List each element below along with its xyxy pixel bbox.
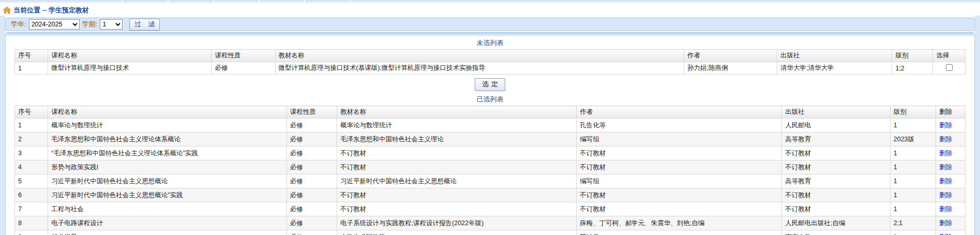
year-select[interactable]: 2024-2025 xyxy=(29,19,80,30)
delete-link[interactable]: 删除 xyxy=(939,136,952,143)
cell-delete: 删除 xyxy=(936,160,965,174)
cell-author: 孙力娟;陈燕俐 xyxy=(684,62,777,75)
cell-delete: 删除 xyxy=(936,174,965,188)
filter-button[interactable]: 过 滤 xyxy=(129,19,160,31)
select-button[interactable]: 选定 xyxy=(475,78,505,91)
cell-author: 不订教材 xyxy=(577,160,782,174)
column-header-edition: 版别 xyxy=(890,106,936,119)
cell-no: 2 xyxy=(15,133,48,146)
table-row: 2毛泽东思想和中国特色社会主义理论体系概论必修毛泽东思想和中国特色社会主义理论编… xyxy=(15,133,966,146)
page-left-edge xyxy=(0,16,5,235)
cell-author: 孔告化等 xyxy=(577,119,782,133)
cell-delete: 删除 xyxy=(936,202,965,216)
cell-author: 编写组 xyxy=(577,174,782,188)
cell-no: 5 xyxy=(15,174,48,188)
cell-delete: 删除 xyxy=(936,119,965,133)
cell-textbook: 微型计算机原理与接口技术(慕课版);微型计算机原理与接口技术实验指导 xyxy=(275,62,684,75)
table-row: 5习近平新时代中国特色社会主义思想概论必修习近平新时代中国特色社会主义思想概论编… xyxy=(15,174,966,188)
delete-link[interactable]: 删除 xyxy=(939,233,952,235)
column-header-publisher: 出版社 xyxy=(782,106,891,119)
delete-link[interactable]: 删除 xyxy=(939,150,952,157)
cell-course: 工程与社会 xyxy=(48,202,287,216)
cell-publisher: 南京大学 xyxy=(782,230,891,235)
cell-textbook: 大学生求职攻略 xyxy=(337,230,577,235)
table-row: 4形势与政策实践I必修不订教材不订教材不订教材1删除 xyxy=(15,160,966,174)
cell-no: 9 xyxy=(15,230,48,235)
cell-no: 1 xyxy=(15,119,48,133)
top-menu-strip xyxy=(0,0,980,3)
cell-textbook: 不订教材 xyxy=(337,202,577,216)
delete-link[interactable]: 删除 xyxy=(939,192,952,199)
cell-delete: 删除 xyxy=(936,216,965,230)
cell-no: 4 xyxy=(15,160,48,174)
column-header-author: 作者 xyxy=(684,50,777,62)
column-header-select: 选择 xyxy=(933,50,966,62)
select-button-row: 选定 xyxy=(6,78,974,91)
cell-no: 3 xyxy=(15,146,48,160)
table-row: 1概率论与数理统计必修概率论与数理统计孔告化等人民邮电1删除 xyxy=(15,119,966,133)
cell-course: 习近平新时代中国特色社会主义思想概论”实践 xyxy=(48,188,287,202)
cell-author: 薛梅、丁可柯、郝学元、朱震华、刘艳;自编 xyxy=(577,216,782,230)
panel-top-gradient xyxy=(6,33,974,36)
cell-course: 习近平新时代中国特色社会主义思想概论 xyxy=(48,174,287,188)
column-header-textbook: 教材名称 xyxy=(275,50,684,62)
cell-publisher: 不订教材 xyxy=(782,146,891,160)
cell-course: 概率论与数理统计 xyxy=(48,119,287,133)
cell-nature: 必修 xyxy=(287,202,337,216)
delete-link[interactable]: 删除 xyxy=(939,219,952,227)
column-header-author: 作者 xyxy=(577,106,782,119)
cell-author: 不订教材 xyxy=(577,202,782,216)
cell-textbook: 概率论与数理统计 xyxy=(337,119,577,133)
cell-no: 6 xyxy=(15,188,48,202)
cell-textbook: 不订教材 xyxy=(337,146,577,160)
header-row: 序号课程名称课程性质教材名称作者出版社版别选择 xyxy=(15,50,966,62)
cell-course: 形势与政策实践I xyxy=(48,160,287,174)
select-checkbox[interactable] xyxy=(946,64,953,71)
breadcrumb: 当前位置 -- 学生预定教材 xyxy=(0,3,980,17)
delete-link[interactable]: 删除 xyxy=(939,205,952,213)
cell-publisher: 不订教材 xyxy=(782,160,891,174)
cell-textbook: 习近平新时代中国特色社会主义思想概论 xyxy=(337,174,577,188)
home-icon xyxy=(3,7,11,14)
cell-edition: 1 xyxy=(890,202,936,216)
cell-course: “毛泽东思想和中国特色社会主义理论体系概论”实践 xyxy=(48,146,287,160)
cell-nature: 必修 xyxy=(287,216,337,230)
cell-edition: 1 xyxy=(890,119,936,133)
selected-table: 序号课程名称课程性质教材名称作者出版社版别删除1概率论与数理统计必修概率论与数理… xyxy=(14,106,966,235)
cell-publisher: 人民邮电出版社;自编 xyxy=(782,216,891,230)
cell-textbook: 电子系统设计与实践教程;课程设计报告(2022年版) xyxy=(337,216,577,230)
cell-nature: 必修 xyxy=(287,119,337,133)
header-row: 序号课程名称课程性质教材名称作者出版社版别删除 xyxy=(15,106,966,119)
cell-publisher: 人民邮电 xyxy=(782,119,891,133)
column-header-course: 课程名称 xyxy=(48,106,287,119)
cell-no: 1 xyxy=(15,62,48,75)
menu-separators xyxy=(78,0,388,3)
cell-publisher: 高等教育 xyxy=(782,133,891,146)
cell-edition: 1 xyxy=(890,230,936,235)
cell-edition: 1 xyxy=(890,160,936,174)
cell-publisher: 清华大学;清华大学 xyxy=(777,62,892,75)
breadcrumb-label: 当前位置 -- 学生预定教材 xyxy=(13,6,89,15)
delete-link[interactable]: 删除 xyxy=(939,122,952,129)
cell-author: 编写组 xyxy=(577,133,782,146)
cell-nature: 必修 xyxy=(287,160,337,174)
column-header-no: 序号 xyxy=(15,106,48,119)
term-select[interactable]: 1 xyxy=(100,19,123,30)
table-row: 8电子电路课程设计必修电子系统设计与实践教程;课程设计报告(2022年版)薛梅、… xyxy=(15,216,966,230)
cell-delete: 删除 xyxy=(936,133,965,146)
page-right-edge xyxy=(975,16,980,235)
column-header-edition: 版别 xyxy=(892,50,933,62)
table-row: 9就业指导必修大学生求职攻略范结兵南京大学1删除 xyxy=(15,230,966,235)
cell-textbook: 不订教材 xyxy=(337,188,577,202)
column-header-delete: 删除 xyxy=(936,106,965,119)
cell-delete: 删除 xyxy=(936,230,965,235)
cell-publisher: 高等教育 xyxy=(782,174,891,188)
cell-edition: 1 xyxy=(890,146,936,160)
table-row: 6习近平新时代中国特色社会主义思想概论”实践必修不订教材不订教材不订教材1删除 xyxy=(15,188,966,202)
cell-nature: 必修 xyxy=(287,133,337,146)
cell-edition: 1 xyxy=(890,174,936,188)
cell-author: 不订教材 xyxy=(577,146,782,160)
delete-link[interactable]: 删除 xyxy=(939,178,952,185)
delete-link[interactable]: 删除 xyxy=(939,164,952,171)
table-row: 3“毛泽东思想和中国特色社会主义理论体系概论”实践必修不订教材不订教材不订教材1… xyxy=(15,146,966,160)
